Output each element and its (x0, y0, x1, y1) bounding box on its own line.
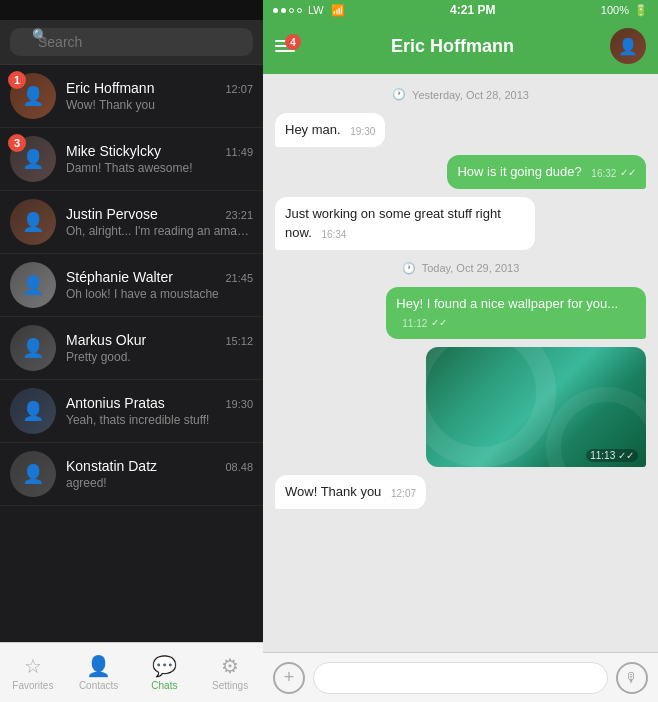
chat-list-item[interactable]: 👤Konstatin Datz08.48agreed! (0, 443, 263, 506)
search-input[interactable] (10, 28, 253, 56)
clock-icon-2: 🕐 (402, 262, 416, 275)
message-row: Wow! Thank you 12:07 (275, 475, 646, 509)
tab-settings-label: Settings (212, 680, 248, 691)
microphone-button[interactable]: 🎙 (616, 662, 648, 694)
chat-list-item[interactable]: 👤3Mike Stickylcky11:49Damn! Thats awesom… (0, 128, 263, 191)
avatar: 👤 (10, 451, 56, 497)
image-checks: ✓✓ (618, 450, 634, 461)
left-panel: 🔍 👤1Eric Hoffmann12:07Wow! Thank you👤3Mi… (0, 0, 263, 702)
tab-chats-label: Chats (151, 680, 177, 691)
tab-contacts-icon: 👤 (86, 654, 111, 678)
chat-time: 19:30 (225, 398, 253, 410)
chat-info: Stéphanie Walter21:45Oh look! I have a m… (66, 269, 253, 301)
message-row: Hey man. 19:30 (275, 113, 646, 147)
message-bubble: How is it going dude? 16:32 ✓✓ (447, 155, 646, 189)
chat-preview: agreed! (66, 476, 253, 490)
wifi-icon: 📶 (331, 4, 345, 17)
message-row: Just working on some great stuff right n… (275, 197, 646, 249)
avatar: 👤 (10, 325, 56, 371)
tab-contacts[interactable]: 👤Contacts (66, 643, 132, 702)
battery-icon: 🔋 (634, 4, 648, 17)
chat-time: 12:07 (225, 83, 253, 95)
chat-time: 21:45 (225, 272, 253, 284)
avatar: 👤 (10, 262, 56, 308)
signal-dot-1 (273, 8, 278, 13)
message-time: 16:34 (321, 228, 346, 242)
menu-button[interactable]: 4 (275, 40, 295, 52)
avatar: 👤 (10, 388, 56, 434)
message-input-bar: + 🎙 (263, 652, 658, 702)
signal-dot-3 (289, 8, 294, 13)
status-bar-right: LW 📶 4:21 PM 100% 🔋 (263, 0, 658, 20)
chat-preview: Oh, alright... I'm reading an amazing ar… (66, 224, 253, 238)
tab-favorites-icon: ☆ (24, 654, 42, 678)
chat-name-row: Eric Hoffmann12:07 (66, 80, 253, 96)
message-bubble: Wow! Thank you 12:07 (275, 475, 426, 509)
unread-badge: 1 (8, 71, 26, 89)
chat-list-item[interactable]: 👤Markus Okur15:12Pretty good. (0, 317, 263, 380)
chat-name-row: Konstatin Datz08.48 (66, 458, 253, 474)
message-bubble: Hey! I found a nice wallpaper for you...… (386, 287, 646, 339)
battery-label: 100% (601, 4, 629, 16)
chat-time: 11:49 (225, 146, 253, 158)
clock-icon-1: 🕐 (392, 88, 406, 101)
date-label-2: Today, Oct 29, 2013 (422, 262, 520, 274)
avatar-wrap: 👤 (10, 325, 56, 371)
message-time: 16:32 (591, 167, 616, 181)
tab-favorites-label: Favorites (12, 680, 53, 691)
tab-settings[interactable]: ⚙Settings (197, 643, 263, 702)
attach-button[interactable]: + (273, 662, 305, 694)
date-separator-1: 🕐 Yesterday, Oct 28, 2013 (275, 88, 646, 101)
message-text: Hey! I found a nice wallpaper for you... (396, 296, 618, 311)
chat-list-item[interactable]: 👤Stéphanie Walter21:45Oh look! I have a … (0, 254, 263, 317)
chat-preview: Yeah, thats incredible stuff! (66, 413, 253, 427)
search-wrap: 🔍 (10, 28, 253, 56)
image-time: 11:13 ✓✓ (586, 449, 638, 462)
check-marks: ✓✓ (431, 317, 447, 328)
message-row: Hey! I found a nice wallpaper for you...… (275, 287, 646, 339)
chat-list-item[interactable]: 👤Justin Pervose23:21Oh, alright... I'm r… (0, 191, 263, 254)
tab-chats-icon: 💬 (152, 654, 177, 678)
signal-area: LW 📶 (273, 4, 345, 17)
chat-preview: Wow! Thank you (66, 98, 253, 112)
chat-list-item[interactable]: 👤Antonius Pratas19:30Yeah, thats incredi… (0, 380, 263, 443)
notification-badge: 4 (285, 34, 301, 50)
message-text: Wow! Thank you (285, 484, 381, 499)
message-text: Just working on some great stuff right n… (285, 206, 501, 239)
right-panel: LW 📶 4:21 PM 100% 🔋 4 Eric Hoffmann 👤 🕐 … (263, 0, 658, 702)
messages-area: 🕐 Yesterday, Oct 28, 2013 Hey man. 19:30… (263, 74, 658, 652)
tab-chats[interactable]: 💬Chats (132, 643, 198, 702)
chat-info: Eric Hoffmann12:07Wow! Thank you (66, 80, 253, 112)
tab-favorites[interactable]: ☆Favorites (0, 643, 66, 702)
unread-badge: 3 (8, 134, 26, 152)
chat-info: Markus Okur15:12Pretty good. (66, 332, 253, 364)
status-time: 4:21 PM (450, 3, 495, 17)
conversation-title: Eric Hoffmann (305, 36, 600, 57)
chat-name-row: Antonius Pratas19:30 (66, 395, 253, 411)
avatar-wrap: 👤 (10, 262, 56, 308)
avatar-wrap: 👤 (10, 388, 56, 434)
chat-contact-name: Mike Stickylcky (66, 143, 161, 159)
chat-contact-name: Stéphanie Walter (66, 269, 173, 285)
status-bar-left (0, 0, 263, 20)
chat-preview: Oh look! I have a moustache (66, 287, 253, 301)
chat-time: 15:12 (225, 335, 253, 347)
message-text: Hey man. (285, 122, 341, 137)
chat-name-row: Stéphanie Walter21:45 (66, 269, 253, 285)
message-bubble: Just working on some great stuff right n… (275, 197, 535, 249)
chat-list-item[interactable]: 👤1Eric Hoffmann12:07Wow! Thank you (0, 65, 263, 128)
check-marks: ✓✓ (620, 167, 636, 178)
message-time: 11:12 (402, 317, 427, 331)
chat-time: 23:21 (225, 209, 253, 221)
chat-contact-name: Eric Hoffmann (66, 80, 154, 96)
date-separator-2: 🕐 Today, Oct 29, 2013 (275, 262, 646, 275)
chat-name-row: Mike Stickylcky11:49 (66, 143, 253, 159)
chat-info: Justin Pervose23:21Oh, alright... I'm re… (66, 206, 253, 238)
chat-preview: Pretty good. (66, 350, 253, 364)
tab-contacts-label: Contacts (79, 680, 118, 691)
chat-contact-name: Konstatin Datz (66, 458, 157, 474)
contact-avatar[interactable]: 👤 (610, 28, 646, 64)
message-text-input[interactable] (313, 662, 608, 694)
chat-contact-name: Markus Okur (66, 332, 146, 348)
signal-dot-2 (281, 8, 286, 13)
